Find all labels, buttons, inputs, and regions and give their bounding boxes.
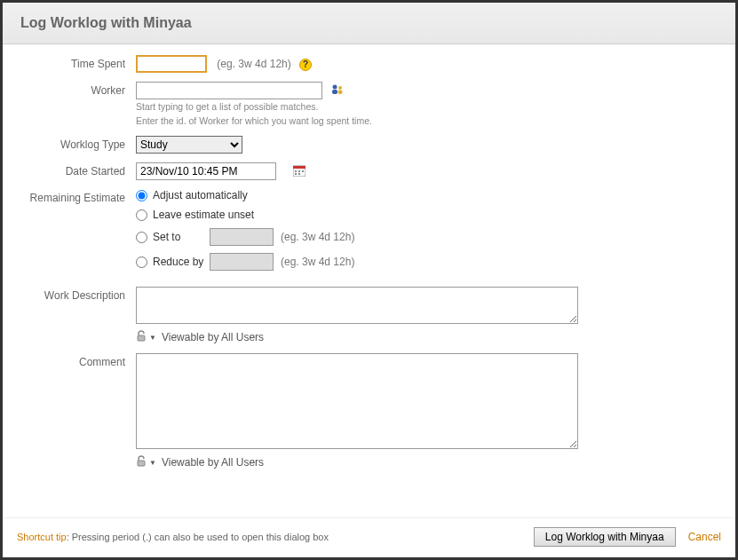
svg-rect-10 [298, 173, 300, 175]
radio-set-to-label: Set to [153, 231, 210, 243]
chevron-down-icon: ▼ [149, 334, 156, 342]
svg-rect-9 [295, 173, 297, 175]
worker-hint-1: Start typing to get a list of possible m… [136, 101, 718, 114]
reduce-by-hint: (eg. 3w 4d 12h) [281, 256, 354, 268]
svg-rect-7 [298, 170, 300, 172]
radio-reduce-by-label: Reduce by [153, 256, 210, 268]
svg-rect-1 [332, 90, 337, 94]
calendar-icon[interactable] [293, 165, 306, 179]
unlock-icon [136, 455, 147, 469]
svg-rect-11 [138, 335, 145, 341]
comment-label: Comment [20, 353, 136, 368]
work-description-textarea[interactable] [136, 287, 578, 324]
dialog-header: Log Worklog with Minyaa [3, 3, 735, 44]
unlock-icon [136, 330, 147, 344]
svg-point-0 [333, 85, 337, 90]
shortcut-tip-label: Shortcut tip [17, 532, 67, 542]
date-started-input[interactable] [136, 162, 276, 180]
svg-point-2 [338, 86, 342, 90]
remaining-estimate-label: Remaining Estimate [20, 189, 136, 204]
comment-textarea[interactable] [136, 353, 578, 449]
comment-visibility[interactable]: ▼ Viewable by All Users [136, 455, 718, 469]
comment-visibility-text: Viewable by All Users [162, 456, 264, 469]
work-description-label: Work Description [20, 287, 136, 302]
chevron-down-icon: ▼ [149, 459, 156, 467]
radio-reduce-by[interactable] [136, 256, 147, 268]
svg-rect-5 [293, 166, 306, 169]
cancel-link[interactable]: Cancel [688, 531, 721, 543]
worklog-type-select[interactable]: Study [136, 136, 242, 154]
work-desc-visibility[interactable]: ▼ Viewable by All Users [136, 330, 718, 344]
submit-button[interactable]: Log Worklog with Minyaa [534, 527, 676, 547]
svg-rect-12 [138, 461, 145, 466]
time-spent-hint: (eg. 3w 4d 12h) [217, 58, 290, 70]
worker-hint-2: Enter the id. of Worker for which you wa… [136, 115, 718, 128]
svg-rect-8 [302, 170, 304, 172]
help-icon[interactable]: ? [299, 59, 312, 71]
radio-set-to[interactable] [136, 232, 147, 243]
set-to-hint: (eg. 3w 4d 12h) [281, 231, 354, 243]
dialog-body: Time Spent (eg. 3w 4d 12h) ? Worker [3, 44, 735, 517]
shortcut-tip-text: : Pressing period (.) can also be used t… [67, 532, 329, 542]
work-desc-visibility-text: Viewable by All Users [162, 331, 264, 343]
svg-rect-6 [295, 170, 297, 172]
worker-input[interactable] [136, 82, 322, 99]
date-started-label: Date Started [20, 162, 136, 177]
dialog-title: Log Worklog with Minyaa [20, 15, 718, 31]
worklog-type-label: Worklog Type [20, 136, 136, 151]
dialog-footer: Shortcut tip: Pressing period (.) can al… [3, 517, 735, 557]
radio-adjust-auto-label: Adjust automatically [153, 189, 248, 201]
svg-rect-3 [338, 91, 343, 95]
time-spent-label: Time Spent [20, 55, 136, 70]
worklog-dialog: Log Worklog with Minyaa Time Spent (eg. … [0, 0, 738, 560]
radio-leave-unset[interactable] [136, 209, 147, 221]
shortcut-tip: Shortcut tip: Pressing period (.) can al… [17, 532, 329, 542]
worker-label: Worker [20, 82, 136, 97]
time-spent-input[interactable] [136, 55, 207, 73]
radio-leave-unset-label: Leave estimate unset [153, 209, 254, 221]
people-icon[interactable] [330, 83, 345, 99]
radio-adjust-auto[interactable] [136, 190, 147, 201]
reduce-by-input[interactable] [210, 253, 274, 271]
set-to-input[interactable] [210, 228, 274, 246]
